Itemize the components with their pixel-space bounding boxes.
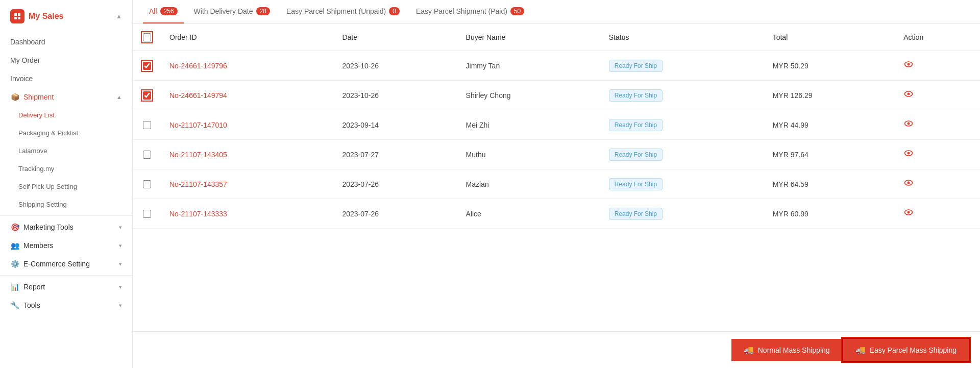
sidebar-label-self-pick-up: Self Pick Up Setting bbox=[18, 183, 77, 190]
row-checkbox-5[interactable] bbox=[143, 210, 151, 218]
row-checkbox-4[interactable] bbox=[143, 180, 151, 188]
tabs-bar: All 256 With Delivery Date 28 Easy Parce… bbox=[133, 0, 980, 24]
sidebar-item-lalamove[interactable]: Lalamove bbox=[0, 142, 132, 160]
brand-chevron: ▲ bbox=[116, 13, 122, 20]
row-checkbox-1[interactable] bbox=[143, 91, 151, 100]
row-buyer-name: Alice bbox=[458, 199, 601, 229]
tab-easy-parcel-paid[interactable]: Easy Parcel Shipment (Paid) 50 bbox=[410, 0, 530, 23]
status-badge: Ready For Ship bbox=[609, 60, 663, 72]
order-id-link[interactable]: No-21107-143357 bbox=[169, 180, 227, 188]
sidebar-label-invoice: Invoice bbox=[10, 75, 33, 83]
sidebar-item-tracking-my[interactable]: Tracking.my bbox=[0, 160, 132, 178]
sidebar-label-tools: Tools bbox=[23, 301, 40, 309]
order-id-link[interactable]: No-21107-147010 bbox=[169, 121, 227, 129]
row-buyer-name: Mazlan bbox=[458, 169, 601, 199]
sidebar-label-lalamove: Lalamove bbox=[18, 147, 47, 155]
normal-shipping-label: Normal Mass Shipping bbox=[758, 346, 830, 354]
tab-easy-parcel-unpaid[interactable]: Easy Parcel Shipment (Unpaid) 0 bbox=[280, 0, 406, 23]
sidebar-brand[interactable]: My Sales ▲ bbox=[0, 0, 132, 33]
table-row: No-21107-147010 2023-09-14 Mei Zhi Ready… bbox=[133, 110, 980, 140]
svg-point-13 bbox=[908, 182, 910, 184]
sidebar-label-dashboard: Dashboard bbox=[10, 38, 45, 46]
row-buyer-name: Mei Zhi bbox=[458, 110, 601, 140]
sidebar-label-ecommerce-setting: E-Commerce Setting bbox=[23, 260, 90, 268]
normal-mass-shipping-button[interactable]: 🚚 Normal Mass Shipping bbox=[731, 339, 842, 361]
tab-paid-badge: 50 bbox=[510, 7, 524, 15]
header-total: Total bbox=[765, 24, 896, 51]
svg-rect-1 bbox=[18, 13, 20, 16]
row-checkbox-cell bbox=[133, 51, 161, 81]
sidebar-item-invoice[interactable]: Invoice bbox=[0, 69, 132, 88]
sidebar-label-shipping-setting: Shipping Setting bbox=[18, 201, 67, 208]
easy-parcel-icon: 🚚 bbox=[855, 345, 866, 355]
row-order-id: No-21107-143333 bbox=[161, 199, 334, 229]
row-status: Ready For Ship bbox=[601, 51, 765, 81]
row-checkbox-0[interactable] bbox=[143, 62, 151, 70]
sidebar-item-delivery-list[interactable]: Delivery List bbox=[0, 106, 132, 124]
row-checkbox-cell bbox=[133, 199, 161, 229]
row-total: MYR 60.99 bbox=[765, 199, 896, 229]
sidebar-item-my-order[interactable]: My Order bbox=[0, 51, 132, 69]
tab-with-delivery-date[interactable]: With Delivery Date 28 bbox=[188, 0, 276, 23]
sidebar-label-members: Members bbox=[23, 241, 53, 250]
shipment-icon: 📦 bbox=[10, 93, 19, 101]
view-icon[interactable] bbox=[903, 209, 914, 219]
tab-unpaid-label: Easy Parcel Shipment (Unpaid) bbox=[286, 7, 386, 15]
row-action bbox=[895, 51, 980, 81]
sidebar-item-shipping-setting[interactable]: Shipping Setting bbox=[0, 195, 132, 213]
sidebar-item-ecommerce-setting[interactable]: ⚙️ E-Commerce Setting ▾ bbox=[0, 255, 132, 273]
status-badge: Ready For Ship bbox=[609, 119, 663, 131]
table-row: No-24661-149796 2023-10-26 Jimmy Tan Rea… bbox=[133, 51, 980, 81]
order-id-link[interactable]: No-24661-149794 bbox=[169, 91, 227, 100]
tab-all[interactable]: All 256 bbox=[143, 0, 184, 23]
order-id-link[interactable]: No-24661-149796 bbox=[169, 62, 227, 70]
row-checkbox-2[interactable] bbox=[143, 121, 151, 129]
row-status: Ready For Ship bbox=[601, 81, 765, 110]
header-checkbox-col bbox=[133, 24, 161, 51]
tools-icon: 🔧 bbox=[10, 301, 19, 309]
view-icon[interactable] bbox=[903, 120, 914, 131]
row-date: 2023-10-26 bbox=[334, 51, 457, 81]
row-action bbox=[895, 110, 980, 140]
tab-delivery-date-badge: 28 bbox=[256, 7, 270, 15]
order-id-link[interactable]: No-21107-143333 bbox=[169, 210, 227, 218]
sidebar-item-packaging-picklist[interactable]: Packaging & Picklist bbox=[0, 124, 132, 142]
shipment-chevron: ▲ bbox=[116, 94, 122, 100]
sidebar-item-dashboard[interactable]: Dashboard bbox=[0, 33, 132, 51]
bottom-action-bar: 🚚 Normal Mass Shipping 🚚 Easy Parcel Mas… bbox=[133, 331, 980, 368]
row-status: Ready For Ship bbox=[601, 110, 765, 140]
sidebar-item-tools[interactable]: 🔧 Tools ▾ bbox=[0, 296, 132, 314]
svg-point-7 bbox=[908, 93, 910, 95]
easy-parcel-mass-shipping-button[interactable]: 🚚 Easy Parcel Mass Shipping bbox=[842, 338, 970, 362]
brand-label: My Sales bbox=[29, 12, 63, 21]
sidebar-item-members[interactable]: 👥 Members ▾ bbox=[0, 236, 132, 255]
svg-point-5 bbox=[908, 63, 910, 66]
row-date: 2023-09-14 bbox=[334, 110, 457, 140]
tab-paid-label: Easy Parcel Shipment (Paid) bbox=[416, 7, 507, 15]
sidebar-item-marketing-tools[interactable]: 🎯 Marketing Tools ▾ bbox=[0, 218, 132, 236]
sidebar-item-report[interactable]: 📊 Report ▾ bbox=[0, 278, 132, 296]
svg-rect-0 bbox=[14, 13, 17, 16]
sidebar-label-tracking-my: Tracking.my bbox=[18, 165, 54, 173]
sidebar-item-self-pick-up[interactable]: Self Pick Up Setting bbox=[0, 178, 132, 195]
table-container: Order ID Date Buyer Name Status Total Ac… bbox=[133, 24, 980, 331]
tools-chevron: ▾ bbox=[119, 302, 122, 309]
header-action: Action bbox=[895, 24, 980, 51]
order-id-link[interactable]: No-21107-143405 bbox=[169, 151, 227, 159]
select-all-checkbox[interactable] bbox=[143, 33, 151, 41]
orders-table: Order ID Date Buyer Name Status Total Ac… bbox=[133, 24, 980, 229]
row-total: MYR 126.29 bbox=[765, 81, 896, 110]
sidebar-label-packaging-picklist: Packaging & Picklist bbox=[18, 129, 78, 137]
view-icon[interactable] bbox=[903, 150, 914, 160]
row-action bbox=[895, 169, 980, 199]
row-checkbox-3[interactable] bbox=[143, 151, 151, 159]
view-icon[interactable] bbox=[903, 91, 914, 101]
row-checkbox-cell bbox=[133, 81, 161, 110]
view-icon[interactable] bbox=[903, 61, 914, 71]
sidebar-label-shipment: Shipment bbox=[23, 93, 54, 101]
row-action bbox=[895, 81, 980, 110]
view-icon[interactable] bbox=[903, 180, 914, 190]
row-action bbox=[895, 140, 980, 169]
sidebar-item-shipment[interactable]: 📦 Shipment ▲ bbox=[0, 88, 132, 106]
row-order-id: No-21107-147010 bbox=[161, 110, 334, 140]
